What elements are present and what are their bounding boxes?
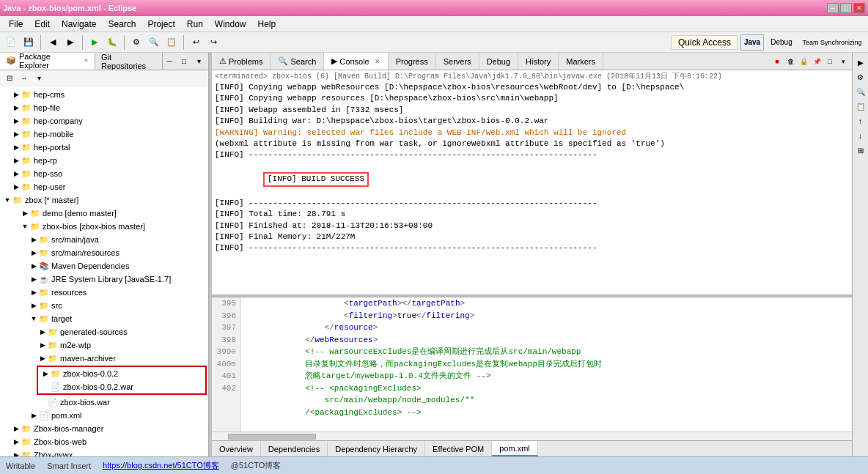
servers-label: Servers bbox=[444, 57, 471, 66]
toolbar-btn-1[interactable]: ⚙ bbox=[128, 34, 144, 51]
close-button[interactable]: ✕ bbox=[853, 3, 865, 13]
tree-item-zbox-bios-folder[interactable]: ▶ 📁 zbox-bios-0.0.2 bbox=[38, 367, 205, 380]
scroll-lock[interactable]: 🔒 bbox=[798, 56, 809, 67]
tab-close-icon[interactable]: ✕ bbox=[84, 57, 89, 64]
tree-item-zbox-bios-war[interactable]: 📄 zbox-bios-0.0.2.war bbox=[38, 380, 205, 393]
quick-access-input[interactable]: Quick Access bbox=[672, 35, 738, 50]
maximize-left-panel[interactable]: □ bbox=[177, 55, 191, 68]
tab-search[interactable]: 🔍 Search bbox=[271, 53, 324, 70]
view-menu-right[interactable]: ▾ bbox=[837, 56, 849, 67]
tab-pom-xml[interactable]: pom.xml bbox=[492, 441, 538, 456]
tree-item-hep-company[interactable]: ▶ 📁 hep-company bbox=[0, 114, 208, 127]
pin-button[interactable]: 📌 bbox=[811, 56, 823, 67]
link-editor[interactable]: ↔ bbox=[18, 72, 31, 85]
tree-item-hep-mobile[interactable]: ▶ 📁 hep-mobile bbox=[0, 127, 208, 141]
toolbar-btn-3[interactable]: 📋 bbox=[163, 34, 180, 51]
minimize-button[interactable]: ─ bbox=[827, 3, 839, 13]
tab-progress[interactable]: Progress bbox=[389, 53, 436, 70]
tree-item-maven-archiver[interactable]: ▶ 📁 maven-archiver bbox=[0, 352, 208, 365]
tree-item-pom[interactable]: ▶ 📄 pom.xml bbox=[0, 409, 208, 422]
tree-item-hep-portal[interactable]: ▶ 📁 hep-portal bbox=[0, 141, 208, 154]
tab-problems[interactable]: ⚠ Problems bbox=[212, 53, 271, 70]
tab-overview[interactable]: Overview bbox=[212, 441, 261, 456]
back-button[interactable]: ◀ bbox=[45, 34, 61, 51]
tree-item-target[interactable]: ▼ 📁 target bbox=[0, 312, 208, 325]
tree-item-zbox-manager[interactable]: ▶ 📁 Zbox-bios-manager bbox=[0, 422, 208, 435]
view-menu-left[interactable]: ▾ bbox=[192, 55, 205, 68]
tree-item-hep-rp[interactable]: ▶ 📁 hep-rp bbox=[0, 154, 208, 167]
menu-navigate[interactable]: Navigate bbox=[56, 18, 102, 31]
tree-item-zbox-web[interactable]: ▶ 📁 Zbox-bios-web bbox=[0, 435, 208, 448]
tree-item-generated-sources[interactable]: ▶ 📁 generated-sources bbox=[0, 325, 208, 338]
tree-item-zbox[interactable]: ▼ 📁 zbox [* master] bbox=[0, 193, 208, 207]
forward-button[interactable]: ▶ bbox=[62, 34, 78, 51]
tree-item-resources[interactable]: ▶ 📁 resources bbox=[0, 286, 208, 299]
run-button[interactable]: ▶ bbox=[87, 34, 103, 51]
code-content[interactable]: 395 396 397 398 399⊖ 400⊖ 401 402 <targe… bbox=[212, 297, 852, 432]
clear-button[interactable]: 🗑 bbox=[784, 56, 796, 67]
tab-console[interactable]: ▶ Console ✕ bbox=[324, 53, 388, 70]
tab-dependency-hierarchy[interactable]: Dependency Hierarchy bbox=[328, 441, 425, 456]
tree-item-src-main-java[interactable]: ▶ 📁 src/main/java bbox=[0, 233, 208, 246]
right-panel: ⚠ Problems 🔍 Search ▶ Console ✕ Progress… bbox=[212, 53, 852, 456]
right-icon-3[interactable]: 🔍 bbox=[854, 85, 867, 98]
tab-markers[interactable]: Markers bbox=[559, 53, 603, 70]
scrollbar-thumb[interactable] bbox=[228, 434, 316, 440]
toolbar-btn-2[interactable]: 🔍 bbox=[146, 34, 162, 51]
menu-window[interactable]: Window bbox=[209, 18, 252, 31]
debug-button[interactable]: 🐛 bbox=[104, 34, 120, 51]
tab-debug[interactable]: Debug bbox=[479, 53, 518, 70]
menu-edit[interactable]: Edit bbox=[29, 18, 56, 31]
tab-dependencies[interactable]: Dependencies bbox=[261, 441, 328, 456]
debug-perspective[interactable]: Debug bbox=[767, 34, 796, 51]
right-icon-5[interactable]: ↑ bbox=[854, 114, 867, 127]
stop-button[interactable]: ■ bbox=[771, 56, 783, 67]
tab-package-explorer[interactable]: 📦 Package Explorer ✕ bbox=[0, 53, 95, 70]
tree-item-zbox-bios-war2[interactable]: 📄 zbox-bios.war bbox=[0, 396, 208, 409]
menu-project[interactable]: Project bbox=[141, 18, 180, 31]
save-button[interactable]: 💾 bbox=[21, 34, 37, 51]
toolbar-btn-5[interactable]: ↪ bbox=[205, 34, 221, 51]
tab-servers[interactable]: Servers bbox=[436, 53, 479, 70]
console-close-icon[interactable]: ✕ bbox=[375, 58, 380, 65]
tab-git-repos[interactable]: Git Repositories bbox=[95, 53, 163, 70]
tree-item-src-main-resources[interactable]: ▶ 📁 src/main/resources bbox=[0, 246, 208, 259]
right-icon-1[interactable]: ▶ bbox=[854, 56, 867, 69]
new-button[interactable]: 📄 bbox=[3, 34, 19, 51]
tree-item-hep-user[interactable]: ▶ 📁 hep-user bbox=[0, 180, 208, 193]
right-icon-4[interactable]: 📋 bbox=[854, 100, 867, 113]
code-horizontal-scrollbar[interactable] bbox=[212, 432, 852, 440]
tree-item-hep-file[interactable]: ▶ 📁 hep-file bbox=[0, 101, 208, 114]
maximize-button[interactable]: □ bbox=[840, 3, 852, 13]
package-explorer-icon: 📦 bbox=[6, 56, 16, 65]
team-sync-perspective[interactable]: Team Synchronizing bbox=[799, 34, 865, 51]
toolbar-btn-4[interactable]: ↩ bbox=[188, 34, 204, 51]
progress-label: Progress bbox=[396, 57, 428, 66]
tree-item-jre[interactable]: ▶ ☕ JRE System Library [JavaSE-1.7] bbox=[0, 273, 208, 286]
java-perspective[interactable]: Java bbox=[740, 34, 764, 51]
menu-file[interactable]: File bbox=[3, 18, 29, 31]
status-link[interactable]: https://blog.csdn.net/51CTO博客 bbox=[103, 460, 219, 471]
right-icon-7[interactable]: ⊞ bbox=[854, 144, 867, 157]
right-icon-2[interactable]: ⚙ bbox=[854, 70, 867, 84]
menu-run[interactable]: Run bbox=[181, 18, 209, 31]
tree-item-m2e-wtp[interactable]: ▶ 📁 m2e-wtp bbox=[0, 338, 208, 352]
tree-item-hep-sso[interactable]: ▶ 📁 hep-sso bbox=[0, 167, 208, 180]
menu-help[interactable]: Help bbox=[252, 18, 282, 31]
right-icon-6[interactable]: ↓ bbox=[854, 129, 867, 142]
tree-item-hep-cms[interactable]: ▶ 📁 hep-cms bbox=[0, 88, 208, 101]
window-controls[interactable]: ─ □ ✕ bbox=[827, 3, 865, 13]
collapse-all[interactable]: ⊟ bbox=[3, 72, 16, 85]
minimize-left-panel[interactable]: ─ bbox=[163, 55, 176, 68]
view-menu[interactable]: ▾ bbox=[32, 72, 45, 85]
menu-search[interactable]: Search bbox=[102, 18, 141, 31]
console-area[interactable]: <terminated> zbox-bios (6) [Maven Build]… bbox=[212, 70, 852, 295]
tree-item-src[interactable]: ▶ 📁 src bbox=[0, 299, 208, 312]
tab-effective-pom[interactable]: Effective POM bbox=[425, 441, 492, 456]
tree-item-demo[interactable]: ▶ 📁 demo [demo master] bbox=[0, 207, 208, 220]
tab-history[interactable]: History bbox=[518, 53, 559, 70]
maximize-view[interactable]: □ bbox=[824, 56, 836, 67]
tree-item-zbox-bios[interactable]: ▼ 📁 zbox-bios [zbox-bios master] bbox=[0, 220, 208, 233]
tree-item-zbox-qywx[interactable]: ▶ 📁 Zbox-qywx bbox=[0, 448, 208, 456]
tree-item-maven-deps[interactable]: ▶ 📚 Maven Dependencies bbox=[0, 259, 208, 273]
